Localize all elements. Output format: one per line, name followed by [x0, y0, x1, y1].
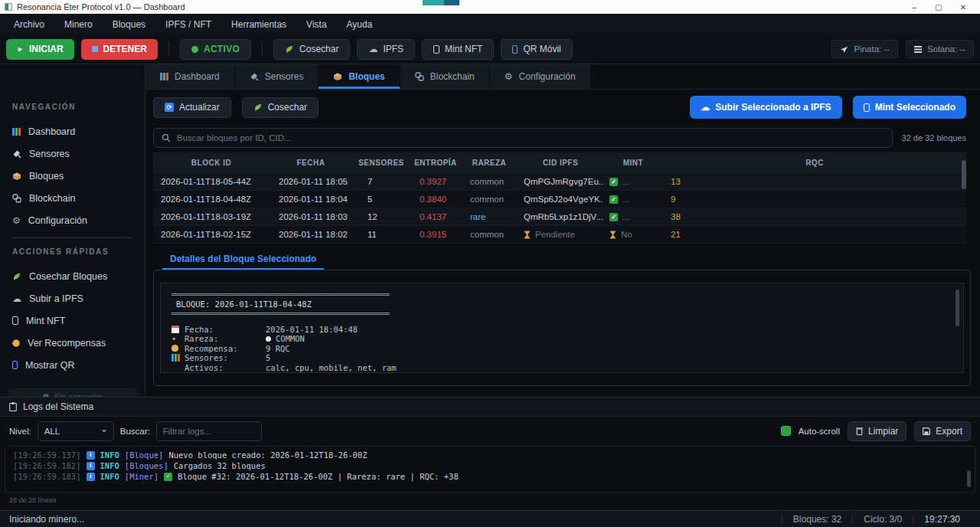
sidebar-action-cosechar-bloques[interactable]: Cosechar Bloques [0, 265, 145, 287]
menu-minero[interactable]: Minero [64, 19, 93, 30]
mint-seleccionado-button[interactable]: Mint Seleccionado [853, 96, 966, 119]
toolbar: INICIAR DETENER ACTIVO Cosechar IPFS Min… [0, 34, 980, 64]
sidebar-item-sensores[interactable]: Sensores [0, 142, 145, 165]
tabstrip: Dashboard Sensores Bloques Blockchain Co… [145, 64, 980, 90]
menu-bloques[interactable]: Bloques [113, 19, 145, 30]
details-trailing: - [172, 372, 957, 373]
table-row[interactable]: 2026-01-11T18-02-15Z 2026-01-11 18:02 11… [153, 226, 966, 244]
log-filter-input[interactable] [163, 427, 255, 436]
sidebar-item-bloques[interactable]: Bloques [0, 165, 145, 187]
autoscroll-label: Auto-scroll [799, 427, 840, 436]
menu-ayuda[interactable]: Ayuda [347, 19, 373, 30]
menubar: Archivo Minero Bloques IPFS / NFT Herram… [0, 14, 980, 34]
minimize-button[interactable]: – [902, 3, 926, 11]
info-icon [87, 462, 95, 470]
pinata-status: Pinata: -- [831, 40, 898, 58]
col-entropia: ENTROPÍA [410, 159, 461, 167]
cosechar-blocks-button[interactable]: Cosechar [242, 97, 318, 118]
clipboard-icon [9, 402, 17, 411]
log-level-select[interactable]: ALL [38, 421, 114, 441]
hourglass-icon [609, 231, 616, 239]
menu-archivo[interactable]: Archivo [14, 19, 44, 30]
logs-title: Logs del Sistema [23, 401, 93, 412]
status-ciclo: Ciclo: 3/0 [852, 514, 913, 525]
details-fecha-value: 2026-01-11 18:04:48 [266, 325, 358, 335]
details-recompensa-value: 9 RQC [266, 344, 290, 354]
cosechar-button[interactable]: Cosechar [273, 39, 350, 60]
pin-icon [840, 45, 848, 54]
mint-icon [12, 316, 18, 325]
tab-blockchain[interactable]: Blockchain [400, 64, 490, 89]
tab-configuracion[interactable]: Configuración [490, 64, 591, 89]
buscar-label: Buscar: [120, 427, 150, 436]
table-row[interactable]: 2026-01-11T18-04-48Z 2026-01-11 18:04 5 … [153, 191, 966, 208]
stop-icon [92, 46, 98, 52]
col-fecha: FECHA [270, 159, 352, 167]
mint-nft-button[interactable]: Mint NFT [422, 39, 494, 60]
tab-sensores[interactable]: Sensores [235, 64, 319, 89]
export-button[interactable]: Export [914, 421, 971, 441]
table-scrollbar[interactable] [962, 160, 966, 189]
calendar-icon [172, 326, 179, 333]
nivel-label: Nivel: [9, 427, 31, 436]
tab-bloques[interactable]: Bloques [318, 64, 400, 89]
cloud-icon [12, 293, 21, 304]
details-activos-value: calc, cpu, mobile, net, ram [266, 363, 397, 373]
autoscroll-checkbox[interactable] [781, 426, 791, 436]
menu-ipfs-nft[interactable]: IPFS / NFT [165, 19, 211, 30]
play-icon [17, 45, 24, 53]
detener-button[interactable]: DETENER [81, 39, 158, 60]
log-filter-box[interactable] [156, 421, 262, 441]
col-mint: MINT [603, 159, 663, 167]
sidebar-action-subir-ipfs[interactable]: Subir a IPFS [0, 287, 145, 309]
sidebar-action-mint-nft[interactable]: Mint NFT [0, 309, 145, 332]
close-button[interactable]: ✕ [951, 3, 975, 11]
gear-icon [12, 215, 21, 226]
mint-icon [433, 45, 439, 54]
sidebar-item-configuracion[interactable]: Configuración [0, 209, 145, 231]
limpiar-button[interactable]: Limpiar [848, 421, 906, 441]
statusbar: Iniciando minero... Bloques: 32 Ciclo: 3… [0, 510, 980, 527]
chart-icon [172, 354, 180, 362]
blocks-table: BLOCK ID FECHA SENSORES ENTROPÍA RAREZA … [153, 152, 966, 244]
phone-icon [12, 361, 18, 369]
iniciar-button[interactable]: INICIAR [6, 39, 74, 60]
table-row[interactable]: 2026-01-11T18-03-19Z 2026-01-11 18:03 12… [153, 208, 966, 226]
tab-dashboard[interactable]: Dashboard [145, 64, 235, 89]
sidebar-item-blockchain[interactable]: Blockchain [0, 187, 145, 209]
chevron-down-icon [102, 430, 106, 432]
details-scrollbar[interactable] [956, 290, 959, 326]
sidebar-item-dashboard[interactable]: Dashboard [0, 120, 145, 142]
logs-scrollbar[interactable] [967, 470, 971, 487]
table-row[interactable]: 2026-01-11T18-05-44Z 2026-01-11 18:05 7 … [153, 173, 966, 191]
satellite-icon [250, 72, 259, 81]
search-row: 32 de 32 bloques [145, 125, 980, 151]
sidebar-divider [12, 237, 132, 238]
sidebar-action-mostrar-qr[interactable]: Mostrar QR [0, 354, 145, 376]
info-icon [87, 473, 95, 481]
logs-section: Logs del Sistema Nivel: ALL Buscar: Auto… [0, 397, 980, 510]
menu-herramientas[interactable]: Herramientas [231, 19, 286, 30]
sparkle-icon [172, 334, 176, 344]
subir-seleccionado-ipfs-button[interactable]: Subir Seleccionado a IPFS [690, 96, 841, 119]
maximize-button[interactable]: ▢ [926, 3, 951, 11]
hourglass-icon [524, 231, 531, 239]
menu-vista[interactable]: Vista [306, 19, 326, 30]
actions-section-header: ACCIONES RÁPIDAS [0, 247, 145, 256]
sidebar-action-ver-recompensas[interactable]: Ver Recompensas [0, 332, 145, 354]
minted-check-icon [609, 195, 618, 204]
minted-check-icon [609, 213, 618, 221]
chain-icon [415, 72, 424, 81]
search-input[interactable] [177, 133, 884, 142]
ipfs-button[interactable]: IPFS [357, 39, 415, 60]
status-message: Iniciando minero... [9, 514, 84, 525]
status-clock: 19:27:30 [913, 514, 971, 525]
actualizar-button[interactable]: Actualizar [153, 97, 231, 118]
refresh-icon [165, 103, 174, 112]
box-icon [333, 72, 342, 81]
app-window: Resonancia Éter Protocol v1.0 — Dashboar… [0, 0, 980, 527]
search-box[interactable] [153, 128, 893, 148]
qr-movil-button[interactable]: QR Móvil [501, 39, 572, 60]
toolbar-separator [168, 41, 169, 57]
col-sensores: SENSORES [352, 159, 410, 167]
